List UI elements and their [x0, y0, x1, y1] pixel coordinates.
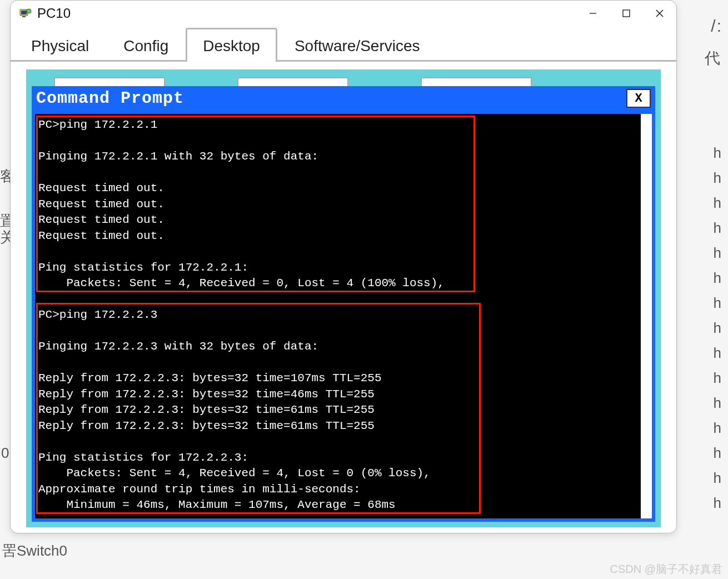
- bg-text: h: [714, 269, 721, 287]
- command-prompt-title: Command Prompt: [32, 89, 184, 108]
- maximize-button[interactable]: [610, 1, 643, 26]
- svg-rect-2: [22, 16, 26, 17]
- tab-config[interactable]: Config: [106, 28, 186, 62]
- pc-icon: [18, 7, 32, 20]
- bg-text: h: [714, 194, 721, 212]
- bg-text: h: [714, 470, 721, 487]
- bg-text: h: [714, 445, 721, 462]
- svg-point-3: [27, 9, 31, 13]
- svg-rect-1: [21, 11, 27, 14]
- desktop-panel: Command Prompt X PC>ping 172.2.2.1 Pingi…: [26, 69, 661, 527]
- command-prompt-close-button[interactable]: X: [626, 89, 651, 108]
- bg-text: h: [714, 244, 721, 262]
- svg-rect-5: [623, 10, 630, 17]
- tab-physical[interactable]: Physical: [14, 28, 106, 62]
- command-prompt-window: Command Prompt X PC>ping 172.2.2.1 Pingi…: [32, 86, 655, 522]
- minimize-button[interactable]: [576, 1, 610, 26]
- terminal-scrollbar[interactable]: [641, 114, 652, 518]
- bg-text: h: [714, 295, 721, 312]
- bg-text: h: [714, 370, 721, 387]
- tab-bar: Physical Config Desktop Software/Service…: [11, 26, 676, 62]
- bg-text: /:: [711, 17, 722, 36]
- bg-text: h: [714, 395, 721, 412]
- command-prompt-titlebar[interactable]: Command Prompt X: [32, 86, 655, 111]
- terminal-output[interactable]: PC>ping 172.2.2.1 Pinging 172.2.2.1 with…: [35, 114, 652, 518]
- bg-text: h: [714, 345, 721, 362]
- bg-text: h: [714, 169, 721, 187]
- app-window: PC10 Physical Config Desktop Software/Se…: [10, 0, 677, 533]
- bg-text: h: [714, 144, 721, 162]
- bg-text: h: [714, 219, 721, 237]
- bg-text: 罟Switch0: [2, 541, 67, 561]
- close-button[interactable]: [643, 1, 676, 26]
- window-titlebar[interactable]: PC10: [11, 1, 676, 26]
- bg-text: h: [714, 320, 721, 337]
- bg-text: 代: [705, 48, 720, 69]
- watermark: CSDN @脑子不好真君: [610, 562, 722, 577]
- window-title: PC10: [37, 6, 71, 21]
- bg-text: h: [714, 420, 721, 437]
- tab-software-services[interactable]: Software/Services: [277, 28, 437, 62]
- tab-desktop[interactable]: Desktop: [186, 28, 277, 62]
- bg-text: h: [714, 495, 721, 512]
- bg-text: 0: [1, 445, 9, 462]
